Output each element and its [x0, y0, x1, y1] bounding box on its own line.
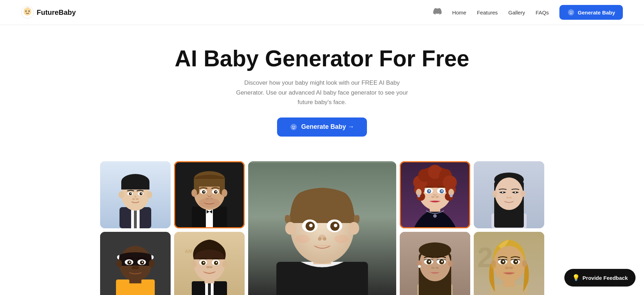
svg-point-73: [433, 214, 437, 218]
svg-point-10: [290, 124, 297, 130]
svg-point-29: [141, 193, 142, 194]
svg-point-8: [570, 12, 570, 12]
svg-point-23: [147, 191, 152, 198]
svg-point-70: [296, 235, 310, 243]
hero-section: AI Baby Generator For Free Discover how …: [0, 25, 644, 151]
svg-point-52: [206, 198, 209, 200]
navbar: FutureBaby Home Features Gallery FAQs Ge…: [0, 0, 644, 25]
svg-point-107: [515, 192, 516, 193]
photo-grid: AM A: [0, 151, 644, 295]
photo-beyonce: 2: [474, 232, 544, 295]
svg-point-156: [448, 260, 453, 267]
svg-point-44: [222, 189, 227, 197]
provide-feedback-button[interactable]: 💡 Provide Feedback: [564, 269, 636, 287]
svg-point-126: [142, 261, 143, 263]
photo-kim: [100, 161, 171, 228]
photo-baby-center: [248, 161, 396, 295]
svg-point-120: [149, 260, 154, 267]
svg-point-31: [136, 198, 139, 200]
svg-point-11: [293, 126, 293, 127]
svg-point-103: [495, 177, 523, 210]
svg-point-95: [431, 196, 435, 198]
svg-point-50: [203, 191, 205, 192]
nav-home[interactable]: Home: [452, 10, 466, 16]
discord-icon[interactable]: [433, 7, 442, 18]
svg-point-110: [494, 195, 496, 198]
svg-point-66: [334, 224, 337, 227]
svg-point-4: [26, 7, 30, 10]
photo-lebron: [100, 232, 171, 295]
svg-point-171: [493, 246, 525, 281]
svg-point-87: [417, 194, 420, 197]
photo-tom: AM A: [174, 232, 245, 295]
photo-kate: [400, 161, 470, 228]
svg-point-53: [210, 198, 213, 200]
svg-point-145: [216, 262, 217, 263]
svg-rect-21: [121, 182, 149, 189]
svg-point-96: [435, 196, 439, 198]
svg-point-5: [24, 8, 26, 11]
svg-point-119: [116, 260, 122, 267]
svg-point-162: [428, 260, 430, 262]
svg-point-173: [522, 260, 527, 267]
svg-point-43: [191, 189, 197, 197]
feedback-label: Provide Feedback: [583, 275, 628, 281]
logo-text: FutureBaby: [37, 8, 76, 17]
photo-leo: [174, 161, 245, 228]
photo-zendaya: [400, 232, 470, 295]
svg-point-65: [309, 224, 313, 227]
nav-gallery[interactable]: Gallery: [508, 10, 525, 16]
svg-point-69: [323, 237, 326, 241]
bulb-icon: 💡: [572, 274, 580, 282]
svg-point-109: [509, 197, 512, 198]
svg-point-6: [29, 8, 31, 11]
svg-point-138: [191, 261, 197, 268]
svg-point-7: [568, 9, 574, 16]
svg-point-22: [118, 191, 124, 198]
hero-title: AI Baby Generator For Free: [7, 46, 637, 71]
svg-point-106: [502, 192, 503, 193]
svg-rect-17: [134, 209, 137, 228]
nav-faqs[interactable]: FAQs: [536, 10, 549, 16]
svg-point-165: [435, 267, 439, 269]
svg-point-139: [222, 261, 228, 268]
svg-point-182: [509, 266, 513, 269]
svg-point-45: [199, 198, 220, 208]
svg-point-108: [506, 197, 509, 198]
svg-point-28: [130, 193, 131, 194]
svg-point-93: [429, 190, 430, 192]
nav-features[interactable]: Features: [477, 10, 498, 16]
svg-point-59: [285, 222, 296, 235]
generate-baby-hero-button[interactable]: Generate Baby →: [277, 118, 367, 137]
svg-point-147: [209, 266, 213, 268]
svg-point-144: [203, 262, 204, 263]
svg-point-12: [294, 126, 295, 127]
generate-baby-nav-button[interactable]: Generate Baby: [559, 5, 623, 20]
baby-icon-hero: [290, 123, 298, 131]
logo-icon: [21, 6, 34, 19]
svg-point-68: [318, 237, 321, 241]
svg-point-30: [132, 198, 135, 200]
svg-point-88: [450, 194, 453, 197]
svg-point-9: [571, 12, 572, 12]
svg-point-181: [505, 266, 509, 269]
svg-point-105: [521, 191, 526, 197]
nav-right: Home Features Gallery FAQs Generate Baby: [433, 5, 623, 20]
svg-point-71: [335, 235, 349, 243]
hero-subtitle: Discover how your baby might look with o…: [231, 78, 414, 107]
svg-point-129: [133, 265, 137, 268]
logo[interactable]: FutureBaby: [21, 6, 76, 19]
photo-asian-female: [474, 161, 544, 228]
svg-point-163: [441, 260, 443, 262]
svg-point-60: [349, 222, 359, 235]
svg-point-118: [119, 252, 152, 259]
svg-point-125: [129, 261, 130, 263]
svg-point-164: [431, 267, 435, 269]
svg-rect-135: [208, 283, 211, 295]
svg-point-51: [215, 191, 217, 192]
hero-cta-label: Generate Baby →: [301, 123, 354, 131]
svg-point-154: [419, 242, 451, 258]
svg-point-94: [441, 190, 443, 192]
svg-point-179: [502, 260, 504, 262]
svg-text:AM: AM: [185, 248, 192, 254]
